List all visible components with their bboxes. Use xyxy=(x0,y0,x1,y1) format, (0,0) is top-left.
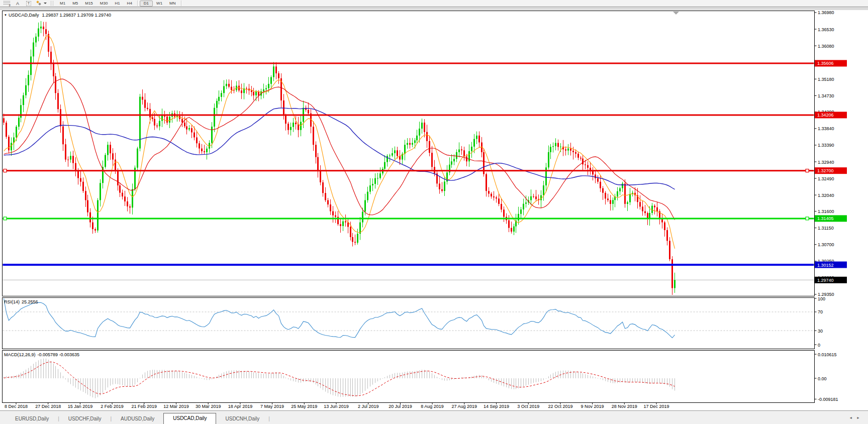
candle-body xyxy=(404,145,406,154)
date-tick-label: 25 May 2019 xyxy=(291,404,317,409)
candle-body xyxy=(129,206,131,207)
ma-55-line xyxy=(4,108,675,189)
candle-body xyxy=(166,117,168,123)
candle-body xyxy=(567,149,569,151)
macd-bar xyxy=(600,378,601,379)
tab-audusd[interactable]: AUDUSD,Daily xyxy=(112,414,163,424)
timeframe-m5-button[interactable]: M5 xyxy=(69,1,81,7)
tab-scroll-left-icon[interactable]: ◄ xyxy=(849,416,856,419)
candle-body xyxy=(352,237,353,242)
candle-body xyxy=(439,183,440,189)
candle-body xyxy=(199,143,200,148)
fibonacci-tool[interactable]: F xyxy=(3,1,10,6)
timeframe-d1-button[interactable]: D1 xyxy=(140,1,153,7)
arrows-tool[interactable] xyxy=(36,1,47,6)
candle-body xyxy=(666,230,668,241)
candle-body xyxy=(137,149,138,168)
line-drag-handle[interactable] xyxy=(4,169,7,172)
candle-body xyxy=(127,201,128,206)
candle-body xyxy=(315,145,317,157)
macd-bar xyxy=(55,366,56,378)
macd-bar xyxy=(78,378,78,389)
timeframe-h1-button[interactable]: H1 xyxy=(111,1,123,7)
candle-body xyxy=(357,234,358,243)
date-tick-label: 27 Aug 2019 xyxy=(452,404,477,409)
line-drag-handle[interactable] xyxy=(806,217,809,220)
macd-bar xyxy=(518,378,519,388)
candle-body xyxy=(62,126,64,144)
candle-body xyxy=(414,140,416,143)
tab-usdchf[interactable]: USDCHF,Daily xyxy=(59,414,111,424)
candle-body xyxy=(605,193,606,198)
tab-eurusd[interactable]: EURUSD,Daily xyxy=(6,414,58,424)
macd-bar xyxy=(266,374,266,378)
candle-body xyxy=(43,27,44,29)
price-chart[interactable]: 1.369801.365301.360801.356301.351801.347… xyxy=(0,0,868,424)
candle-body xyxy=(132,189,133,207)
macd-bar xyxy=(182,372,182,378)
price-tick-label: 1.34730 xyxy=(818,93,834,98)
macd-bar xyxy=(60,372,61,378)
candle-body xyxy=(25,85,27,95)
macd-bar xyxy=(70,378,71,384)
line-drag-handle[interactable] xyxy=(806,169,809,172)
candle-body xyxy=(552,146,554,147)
rsi-tick-label: 0 xyxy=(818,343,820,348)
candle-body xyxy=(33,43,34,57)
chart-shift-marker[interactable] xyxy=(673,12,679,15)
macd-bar xyxy=(348,378,348,396)
macd-bar xyxy=(323,378,323,390)
macd-bar xyxy=(204,378,205,379)
chart-tabs: EURUSD,Daily|USDCHF,Daily|AUDUSD,DailyUS… xyxy=(0,410,868,424)
fibonacci-icon: F xyxy=(4,1,10,6)
candle-body xyxy=(75,163,76,171)
macd-bar xyxy=(471,377,472,378)
candle-body xyxy=(471,147,472,151)
candle-body xyxy=(354,242,356,243)
timeframe-m30-button[interactable]: M30 xyxy=(97,1,112,7)
candle-body xyxy=(188,128,190,130)
text-label-tool[interactable]: A xyxy=(14,1,21,6)
macd-bar xyxy=(258,373,259,378)
macd-bar xyxy=(380,378,380,380)
macd-bar xyxy=(325,378,326,392)
macd-bar xyxy=(150,370,150,378)
candle-body xyxy=(278,73,279,78)
candle-body xyxy=(139,97,141,149)
macd-bar xyxy=(659,378,660,383)
tab-usdcnh[interactable]: USDCNH,Daily xyxy=(216,414,268,424)
timeframe-m1-button[interactable]: M1 xyxy=(56,1,69,7)
macd-bar xyxy=(546,378,546,379)
tab-usdcad[interactable]: USDCAD,Daily xyxy=(163,413,216,424)
candle-body xyxy=(216,101,218,108)
chart-scrollbar[interactable] xyxy=(0,7,868,11)
macd-bar xyxy=(127,378,128,386)
timeframe-mn-button[interactable]: MN xyxy=(166,1,179,7)
candle-body xyxy=(602,188,604,193)
macd-bar xyxy=(496,378,497,384)
top-toolbar: F A T M1M5M15M30H1H4D1W1MN xyxy=(0,0,868,7)
macd-bar xyxy=(244,371,244,378)
macd-bar xyxy=(75,378,76,388)
line-drag-handle[interactable] xyxy=(4,217,7,220)
candles-layer[interactable] xyxy=(3,21,676,295)
macd-bar xyxy=(345,378,346,396)
timeframe-w1-button[interactable]: W1 xyxy=(153,1,166,7)
candle-body xyxy=(23,95,24,105)
chart-dropdown-icon[interactable]: ▼ xyxy=(4,14,7,17)
tab-scroll-right-icon[interactable]: ► xyxy=(856,416,864,419)
macd-bar xyxy=(145,372,145,378)
toolbar-grip[interactable] xyxy=(51,1,53,6)
macd-bar xyxy=(635,378,635,382)
macd-bar xyxy=(162,370,162,378)
timeframe-h4-button[interactable]: H4 xyxy=(124,1,136,7)
text-box-tool[interactable]: T xyxy=(25,1,32,6)
timeframe-m15-button[interactable]: M15 xyxy=(81,1,97,7)
candle-body xyxy=(619,188,621,191)
candle-body xyxy=(253,92,254,95)
macd-bar xyxy=(375,378,375,383)
macd-bar xyxy=(194,376,195,378)
date-tick-label: 22 Oct 2019 xyxy=(548,404,572,409)
macd-bar xyxy=(110,378,111,386)
macd-bar xyxy=(125,378,125,386)
